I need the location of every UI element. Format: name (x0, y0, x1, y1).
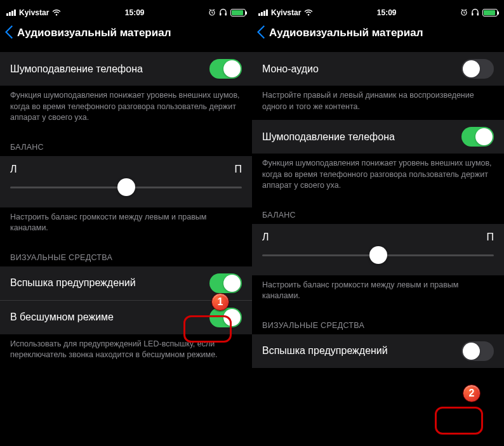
wifi-icon (52, 8, 61, 18)
signal-icon (258, 10, 268, 16)
alarm-icon (208, 8, 216, 18)
alarm-icon (460, 8, 468, 18)
mono-audio-toggle[interactable] (461, 59, 494, 79)
flash-alerts-label: Вспышка предупреждений (262, 345, 388, 357)
signal-icon (6, 10, 16, 16)
noise-cancel-row[interactable]: Шумоподавление телефона (0, 52, 252, 86)
noise-cancel-toggle[interactable] (209, 59, 242, 79)
nav-header: Аудиовизуальный материал (0, 19, 252, 47)
wifi-icon (304, 8, 313, 18)
balance-left-label: Л (10, 164, 17, 175)
callout-2 (435, 407, 483, 435)
headphones-icon (471, 8, 479, 18)
page-title: Аудиовизуальный материал (269, 27, 423, 39)
noise-cancel-toggle[interactable] (461, 127, 494, 147)
flash-desc: Использовать для предупреждений LED-вспы… (0, 334, 252, 369)
balance-header: БАЛАНС (252, 199, 504, 224)
flash-alerts-toggle[interactable] (209, 273, 242, 293)
balance-slider-container: Л П (252, 224, 504, 275)
noise-cancel-row[interactable]: Шумоподавление телефона (252, 120, 504, 154)
balance-right-label: П (487, 232, 494, 243)
status-time: 15:09 (125, 8, 145, 17)
carrier-label: Kyivstar (19, 8, 49, 17)
silent-mode-label: В бесшумном режиме (10, 312, 114, 323)
balance-header: БАЛАНС (0, 131, 252, 156)
flash-alerts-label: Вспышка предупреждений (10, 277, 136, 289)
noise-cancel-label: Шумоподавление телефона (262, 131, 395, 143)
nav-header: Аудиовизуальный материал (252, 19, 504, 47)
svg-rect-4 (472, 13, 474, 15)
balance-left-label: Л (262, 232, 269, 243)
mono-audio-label: Моно-аудио (262, 63, 319, 75)
back-button[interactable] (257, 23, 265, 43)
balance-desc: Настроить баланс громкости между левым и… (252, 275, 504, 310)
callout-badge-2: 2 (463, 384, 481, 402)
headphones-icon (219, 8, 227, 18)
mono-desc: Настройте правый и левый динамик на восп… (252, 86, 504, 120)
page-title: Аудиовизуальный материал (17, 27, 171, 39)
status-bar: Kyivstar 15:09 (0, 6, 252, 19)
flash-alerts-toggle[interactable] (461, 341, 494, 361)
left-screen: Kyivstar 15:09 Аудиовизуальный материал … (0, 0, 252, 446)
visual-header: ВИЗУАЛЬНЫЕ СРЕДСТВА (0, 242, 252, 266)
noise-cancel-desc: Функция шумоподавления понижает уровень … (252, 154, 504, 199)
flash-alerts-row[interactable]: Вспышка предупреждений (252, 334, 504, 368)
back-button[interactable] (5, 23, 13, 43)
noise-cancel-label: Шумоподавление телефона (10, 63, 143, 75)
balance-slider[interactable] (262, 254, 494, 256)
balance-slider-container: Л П (0, 156, 252, 207)
callout-badge-1: 1 (211, 293, 229, 311)
balance-desc: Настроить баланс громкости между левым и… (0, 207, 252, 242)
status-bar: Kyivstar 15:09 (252, 6, 504, 19)
balance-slider[interactable] (10, 187, 242, 188)
battery-icon (230, 9, 246, 16)
mono-audio-row[interactable]: Моно-аудио (252, 52, 504, 86)
svg-rect-2 (225, 13, 227, 15)
balance-right-label: П (235, 164, 242, 175)
visual-header: ВИЗУАЛЬНЫЕ СРЕДСТВА (252, 310, 504, 334)
carrier-label: Kyivstar (271, 8, 301, 17)
noise-cancel-desc: Функция шумоподавления понижает уровень … (0, 86, 252, 131)
svg-rect-1 (220, 13, 222, 15)
svg-rect-5 (477, 13, 479, 15)
silent-mode-toggle[interactable] (209, 308, 242, 327)
right-screen: Kyivstar 15:09 Аудиовизуальный материал … (252, 0, 504, 446)
battery-icon (482, 9, 498, 16)
status-time: 15:09 (377, 8, 397, 17)
